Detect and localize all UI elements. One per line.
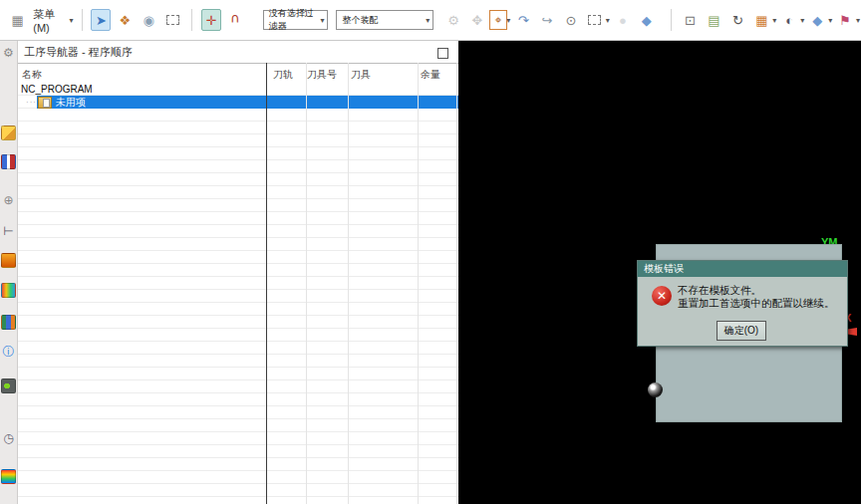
tree-row-unused-items[interactable]: ··· 未用项 xyxy=(18,96,458,109)
dialog-message-line2: 重置加工首选项中的配置以继续。 xyxy=(678,297,835,310)
machining-feature-icon[interactable] xyxy=(1,283,16,298)
rotate-button[interactable]: ↷ xyxy=(513,9,533,31)
navigator-header-row: 名称 刀轨 刀具号 刀具 余量 xyxy=(18,63,458,85)
navigator-title-text: 工序导航器 - 程序顺序 xyxy=(24,45,133,60)
snap-handle-button[interactable]: ⌖ xyxy=(489,10,507,30)
gears-button[interactable]: ⚙ xyxy=(443,9,463,31)
toolbar-separator xyxy=(82,9,83,31)
column-divider xyxy=(418,63,419,504)
refresh-button[interactable]: ↻ xyxy=(727,9,747,31)
dialog-body: ✕ 不存在模板文件。 重置加工首选项中的配置以继续。 确定(O) xyxy=(638,277,847,347)
shaded-view-button[interactable]: ◐ xyxy=(779,9,799,31)
sphere-marker-icon xyxy=(648,382,663,397)
multicolor-chip xyxy=(1,283,16,298)
menu-label: 菜单(M) xyxy=(33,7,66,34)
toolbar-separator xyxy=(671,9,672,31)
template-error-dialog: 模板错误 ✕ 不存在模板文件。 重置加工首选项中的配置以继续。 确定(O) xyxy=(637,260,848,347)
constraint-chip xyxy=(1,154,16,169)
operation-navigator-panel: 工序导航器 - 程序顺序 名称 刀轨 刀具号 刀具 余量 NC_PROGRAM … xyxy=(18,41,458,504)
graphics-viewport[interactable]: YM X 模板错误 ✕ 不存在模板文件。 重置加工首选项中的配置以继续。 确定(… xyxy=(458,41,861,504)
cube-button[interactable]: ◆ xyxy=(637,9,657,31)
view-cube-button[interactable]: ◆ xyxy=(807,9,827,31)
selection-filter-value: 没有选择过滤器 xyxy=(269,7,321,33)
combo-caret-icon: ▾ xyxy=(426,16,430,25)
column-header-name[interactable]: 名称 xyxy=(22,68,42,82)
circle-center-button[interactable]: ⊙ xyxy=(561,9,581,31)
tree-row-label: 未用项 xyxy=(56,96,86,110)
part-navigator-icon[interactable]: ⊕ xyxy=(1,192,16,207)
library-icon[interactable] xyxy=(1,315,16,330)
app-menu-icon: ▦ xyxy=(8,9,27,31)
select-dot-button[interactable]: ◉ xyxy=(139,9,158,31)
bookmark-caret-icon[interactable]: ▾ xyxy=(856,16,860,25)
move-handle-button[interactable]: ✥ xyxy=(467,9,487,31)
menu-caret-icon: ▾ xyxy=(70,16,74,25)
camera-icon[interactable] xyxy=(1,378,16,393)
bookmark-flag-button[interactable]: ⚑ xyxy=(835,9,855,31)
column-divider xyxy=(306,63,307,504)
marquee-icon xyxy=(166,15,179,25)
column-header-stock[interactable]: 余量 xyxy=(421,68,440,82)
layout-grid-button[interactable]: ▦ xyxy=(751,9,771,31)
tree-row-label: NC_PROGRAM xyxy=(21,84,93,95)
folder-icon xyxy=(38,97,52,109)
toolbar-separator xyxy=(191,9,192,31)
panel-window-button[interactable] xyxy=(437,48,448,59)
select-cursor-button[interactable]: ➤ xyxy=(91,9,111,31)
history-icon[interactable]: ◷ xyxy=(1,430,16,445)
view-cube-caret-icon[interactable]: ▾ xyxy=(828,16,832,25)
roles-gear-icon[interactable]: ⚙ xyxy=(1,45,16,60)
sphere-button[interactable]: ● xyxy=(613,9,633,31)
combo-caret-icon: ▾ xyxy=(320,16,324,25)
marquee-icon xyxy=(588,15,601,25)
nx-window: ▦ 菜单(M) ▾ ➤ ❖ ◉ ✛ ∪ 没有选择过滤器 ▾ 整个装配 ▾ ⚙ ✥… xyxy=(0,0,861,504)
tree-row-nc-program[interactable]: NC_PROGRAM xyxy=(18,83,461,96)
palette-chip xyxy=(1,469,16,484)
machine-chip xyxy=(1,253,16,268)
tree-branch-dots: ··· xyxy=(26,98,37,107)
top-toolbar: ▦ 菜单(M) ▾ ➤ ❖ ◉ ✛ ∪ 没有选择过滤器 ▾ 整个装配 ▾ ⚙ ✥… xyxy=(0,0,861,41)
web-info-icon[interactable]: ⓘ xyxy=(1,344,16,359)
camera-chip xyxy=(1,378,16,393)
constraint-navigator-icon[interactable] xyxy=(1,154,16,169)
navigator-table-body[interactable]: NC_PROGRAM ··· 未用项 xyxy=(18,83,458,504)
column-divider-dark xyxy=(266,63,267,504)
selection-scope-combo[interactable]: 整个装配 ▾ xyxy=(336,10,433,30)
zoom-window-button[interactable]: ⊡ xyxy=(681,9,701,31)
selected-row-highlight[interactable]: 未用项 xyxy=(37,96,458,109)
snap-point-button[interactable]: ✛ xyxy=(201,9,221,31)
dialog-titlebar[interactable]: 模板错误 xyxy=(638,261,847,277)
layout-caret-icon[interactable]: ▾ xyxy=(772,16,776,25)
image-button[interactable]: ▤ xyxy=(705,9,724,31)
assembly-navigator-icon[interactable] xyxy=(1,126,16,140)
shaded-caret-icon[interactable]: ▾ xyxy=(800,16,804,25)
dialog-message-line1: 不存在模板文件。 xyxy=(678,284,835,297)
operation-navigator-icon[interactable] xyxy=(1,253,16,268)
assembly-chip xyxy=(1,126,16,140)
error-x-icon: ✕ xyxy=(652,286,672,306)
navigator-title: 工序导航器 - 程序顺序 xyxy=(18,41,458,63)
palette-icon[interactable] xyxy=(1,469,16,484)
dialog-title-text: 模板错误 xyxy=(644,262,684,276)
main-area: ⚙ ⊕ ⊢ ⓘ ◷ ◤ 工序导航器 - 程序顺序 名称 刀轨 xyxy=(0,41,861,504)
marquee-caret-icon[interactable]: ▾ xyxy=(606,16,610,25)
dialog-message: 不存在模板文件。 重置加工首选项中的配置以继续。 xyxy=(678,284,835,310)
ok-button[interactable]: 确定(O) xyxy=(717,321,766,341)
selection-scope-value: 整个装配 xyxy=(342,14,378,27)
tree-navigator-icon[interactable]: ⊢ xyxy=(1,223,16,238)
magnet-button[interactable]: ∪ xyxy=(225,9,245,31)
marquee-select-button[interactable] xyxy=(585,9,605,31)
column-header-tool[interactable]: 刀具 xyxy=(351,68,371,82)
pan-arrow-button[interactable]: ↪ xyxy=(537,9,557,31)
select-marquee-button[interactable] xyxy=(162,9,182,31)
menu-button[interactable]: ▦ 菜单(M) ▾ xyxy=(6,7,75,34)
column-divider xyxy=(456,63,457,504)
column-divider xyxy=(348,63,349,504)
column-header-toolpath[interactable]: 刀轨 xyxy=(273,68,293,82)
resource-sidebar: ⚙ ⊕ ⊢ ⓘ ◷ ◤ xyxy=(0,41,18,504)
selection-filter-combo[interactable]: 没有选择过滤器 ▾ xyxy=(263,10,329,30)
books-chip xyxy=(1,315,16,330)
column-header-tool-number[interactable]: 刀具号 xyxy=(307,68,337,82)
select-scope-button[interactable]: ❖ xyxy=(115,9,135,31)
snap-handle-caret-icon[interactable]: ▾ xyxy=(506,16,510,25)
